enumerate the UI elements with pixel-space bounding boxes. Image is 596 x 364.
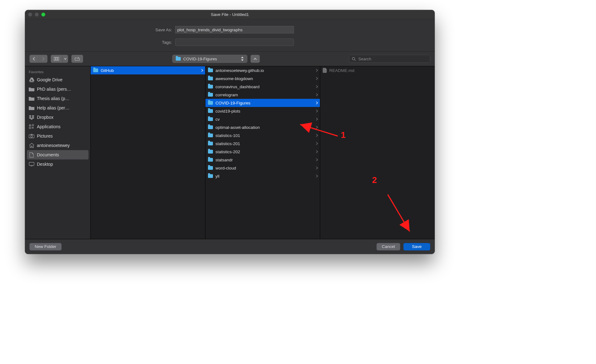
folder-row[interactable]: covid19-plots: [205, 107, 320, 115]
chevron-right-icon: [316, 101, 318, 104]
file-row[interactable]: README.md: [320, 66, 435, 74]
nav-forward-button[interactable]: [38, 55, 47, 63]
chevron-right-icon: [316, 85, 318, 88]
toolbar: COVID-19-Figures: [25, 52, 435, 66]
folder-row[interactable]: awesome-blogdown: [205, 74, 320, 83]
sidebar-item-label: Help alias (per…: [37, 105, 69, 110]
go-up-button[interactable]: [250, 55, 260, 63]
folder-row[interactable]: coronavirus_dashboard: [205, 83, 320, 91]
folder-row[interactable]: correlogram: [205, 91, 320, 99]
chevron-right-icon: [316, 134, 318, 137]
folder-icon: [208, 174, 213, 178]
updown-chevrons-icon: [241, 55, 245, 63]
sidebar-item[interactable]: Dropbox: [25, 113, 90, 122]
chevron-up-icon: [253, 57, 257, 60]
chevron-right-icon: [316, 174, 318, 178]
row-label: word-cloud: [215, 166, 313, 170]
folder-grey-icon: [29, 96, 34, 101]
sidebar-section-label: Favorites: [25, 68, 90, 75]
sidebar-item-label: PhD alias (pers…: [37, 87, 71, 92]
cancel-button[interactable]: Cancel: [376, 243, 400, 250]
sidebar-item[interactable]: Applications: [25, 122, 90, 131]
folder-icon: [93, 68, 98, 72]
sidebar-item[interactable]: Documents: [27, 150, 88, 159]
sidebar-item-label: Google Drive: [37, 77, 63, 82]
column-1: GitHub: [91, 66, 205, 239]
path-popup[interactable]: COVID-19-Figures: [172, 55, 247, 63]
folder-grey-icon: [29, 105, 34, 111]
file-browser: Favorites Google DrivePhD alias (pers…Th…: [25, 66, 435, 239]
folder-row[interactable]: COVID-19-Figures: [205, 99, 320, 107]
folder-icon: [208, 77, 213, 80]
save-button[interactable]: Save: [403, 243, 430, 250]
row-label: antoinesoetewey.github.io: [215, 68, 313, 73]
folder-row[interactable]: statistics-201: [205, 139, 320, 148]
folder-row[interactable]: GitHub: [91, 66, 205, 74]
svg-point-7: [31, 135, 33, 137]
svg-rect-0: [54, 57, 55, 60]
save-as-input[interactable]: [175, 26, 294, 33]
chevron-right-icon: [42, 57, 45, 61]
save-as-label: Save As:: [25, 28, 175, 32]
folder-icon: [208, 109, 213, 113]
row-label: statistics-101: [215, 133, 313, 138]
sidebar-item-label: Applications: [37, 124, 61, 129]
folder-icon: [208, 101, 213, 105]
chevron-right-icon: [316, 77, 318, 80]
column-browser: GitHub antoinesoetewey.github.ioawesome-…: [91, 66, 435, 239]
desktop-icon: [29, 161, 34, 167]
sidebar-item[interactable]: PhD alias (pers…: [25, 84, 90, 94]
sidebar-item[interactable]: Help alias (per…: [25, 103, 90, 113]
view-mode-button[interactable]: [51, 55, 68, 63]
folder-row[interactable]: statsandr: [205, 156, 320, 164]
svg-rect-8: [29, 162, 34, 165]
folder-icon: [208, 68, 213, 72]
titlebar: Save File - Untitled1: [25, 10, 435, 19]
search-icon: [352, 57, 356, 61]
search-field[interactable]: [349, 55, 430, 63]
folder-icon: [208, 166, 213, 170]
sidebar-item[interactable]: Desktop: [25, 159, 90, 169]
columns-view-icon: [54, 57, 59, 61]
svg-rect-1: [56, 57, 57, 60]
folder-row[interactable]: statistics-101: [205, 131, 320, 139]
sidebar-item[interactable]: Thesis alias (p…: [25, 94, 90, 103]
documents-icon: [29, 152, 34, 158]
chevron-right-icon: [316, 142, 318, 145]
folder-icon: [208, 125, 213, 129]
row-label: statsandr: [215, 158, 313, 162]
chevron-right-icon: [316, 93, 318, 96]
chevron-right-icon: [316, 109, 318, 113]
folder-icon: [208, 150, 213, 154]
folder-row[interactable]: cv: [205, 115, 320, 123]
svg-point-3: [352, 57, 355, 60]
nav-back-button[interactable]: [30, 55, 38, 63]
folder-row[interactable]: yll: [205, 172, 320, 180]
sidebar-item-label: Documents: [37, 152, 59, 157]
folder-row[interactable]: statistics-202: [205, 148, 320, 156]
search-input[interactable]: [358, 56, 427, 62]
sidebar-item[interactable]: Google Drive: [25, 75, 90, 84]
tags-input[interactable]: [175, 38, 294, 46]
nav-back-forward: [29, 55, 48, 63]
new-folder-toolbar-button[interactable]: [71, 55, 83, 63]
row-label: optimal-asset-allocation: [215, 125, 313, 130]
sidebar-item[interactable]: antoinesoetewey: [25, 141, 90, 150]
gdrive-icon: [29, 77, 34, 83]
sidebar-item-label: Dropbox: [37, 115, 53, 120]
save-form: Save As: Tags:: [25, 19, 435, 52]
folder-row[interactable]: optimal-asset-allocation: [205, 123, 320, 131]
new-folder-button[interactable]: New Folder: [29, 243, 62, 250]
row-label: awesome-blogdown: [215, 76, 313, 81]
row-label: GitHub: [101, 68, 199, 73]
home-icon: [29, 143, 34, 148]
sidebar-item[interactable]: Pictures: [25, 131, 90, 141]
folder-icon: [208, 134, 213, 137]
svg-rect-2: [58, 57, 59, 60]
folder-icon: [208, 158, 213, 162]
folder-row[interactable]: word-cloud: [205, 164, 320, 172]
row-label: correlogram: [215, 93, 313, 97]
folder-row[interactable]: antoinesoetewey.github.io: [205, 66, 320, 74]
column-3: README.md: [320, 66, 435, 239]
svg-point-4: [32, 124, 33, 126]
